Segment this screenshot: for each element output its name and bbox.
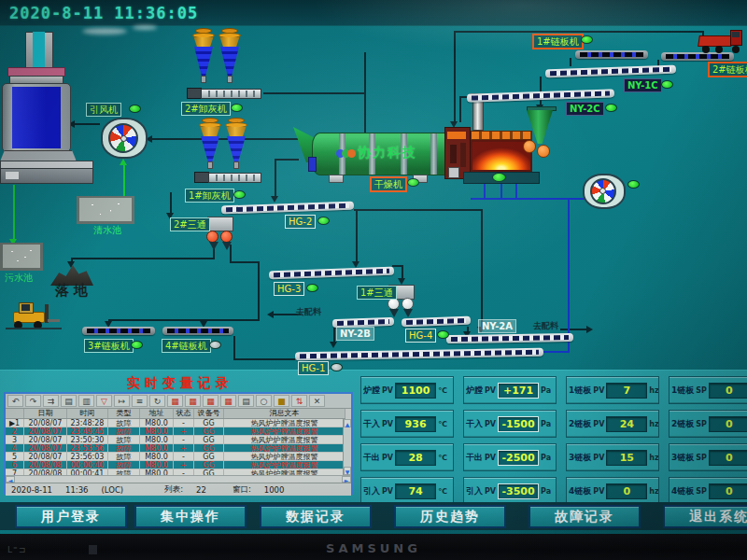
conveyor-hg3[interactable] xyxy=(269,267,394,280)
ash-drop xyxy=(170,192,172,215)
cyclone xyxy=(191,28,216,84)
alarm-row[interactable]: 420/08/0723:53:56故障M80.0+GG热风炉炉膛温度报警 xyxy=(6,444,345,453)
nav-button-3[interactable]: 数据记录 xyxy=(260,505,372,528)
jump-icon[interactable]: ↦ xyxy=(114,395,130,407)
tools-icon[interactable]: ✕ xyxy=(309,395,325,407)
alarm-row[interactable]: 320/08/0723:50:30故障M80.0-GG热风炉炉膛温度报警 xyxy=(6,436,345,444)
nav-button-2[interactable]: 集中操作 xyxy=(134,505,247,528)
grid-alarm-3-icon[interactable]: ▦ xyxy=(203,395,218,407)
chart-icon[interactable]: ▥ xyxy=(78,395,94,407)
status-list-label: 列表: xyxy=(164,484,183,496)
alarm-cell: GG xyxy=(194,444,224,453)
readout-炉膛-PV: 炉膛PV1100℃ xyxy=(360,376,454,404)
scroll-down-icon[interactable]: ▼ xyxy=(344,467,351,475)
scroll-up-icon[interactable]: ▲ xyxy=(344,419,351,427)
scroll-right-icon[interactable]: ► xyxy=(342,476,351,483)
status-indicator xyxy=(407,178,419,187)
chain-conveyor-3[interactable] xyxy=(82,327,155,335)
alarm-cell: 20/08/07 xyxy=(24,436,67,444)
alarm-toolbar: ↶↷⇉▤▥▽↦≡↻▦▦▦▦▤○■⇅✕ xyxy=(6,394,351,409)
alarm-cell: 00:00:40 xyxy=(67,461,108,469)
export-icon[interactable]: ⇉ xyxy=(43,395,59,407)
alarm-row[interactable]: 520/08/0723:56:03故障M80.0-GG热风炉炉膛温度报警 xyxy=(6,453,345,461)
conveyor-ny1c[interactable] xyxy=(545,65,676,78)
title-bar: 2020-8-11 11:36:05 xyxy=(0,0,747,26)
drum-support xyxy=(329,175,344,183)
readout-unit: hz xyxy=(649,420,658,428)
nav-button-5[interactable]: 故障记录 xyxy=(529,505,641,528)
readout-unit: ℃ xyxy=(438,454,447,462)
cyclone-upper xyxy=(224,127,248,137)
alarm-cell: 23:49:45 xyxy=(67,427,108,436)
ground-line xyxy=(6,328,62,329)
alarm-cell: GG xyxy=(194,436,224,444)
alarm-row[interactable]: 620/08/0800:00:40故障M80.0+GG热风炉炉膛温度报警 xyxy=(6,461,345,469)
alarm-cell: 23:50:30 xyxy=(67,436,108,444)
readout-label: 干入 xyxy=(363,418,380,430)
view-icon[interactable]: ▤ xyxy=(61,395,77,407)
alarm-cell: 热风炉炉膛温度报警 xyxy=(224,427,345,436)
top-header-line xyxy=(454,31,702,33)
conveyor-ny2a[interactable] xyxy=(446,333,573,343)
furnace-feed-drop xyxy=(454,31,456,124)
chain-conveyor-4[interactable] xyxy=(162,327,233,335)
alarm-cell: M80.0 xyxy=(140,461,174,469)
scroll-left-icon[interactable]: ◄ xyxy=(6,476,15,483)
chain-conveyor-1[interactable] xyxy=(575,50,648,59)
cyclone-upper xyxy=(218,37,242,48)
readout-value: -1500 xyxy=(498,416,539,432)
induced-draft-fan[interactable] xyxy=(101,118,148,159)
alarm-row[interactable]: ▶120/08/0723:48:28故障M80.0-GG热风炉炉膛温度报警 xyxy=(6,419,345,427)
vertical-scrollbar[interactable]: ▲▼ xyxy=(343,419,351,475)
arrow xyxy=(271,196,278,203)
ny2c-drop xyxy=(459,96,461,122)
alarm-cell: 20/08/07 xyxy=(24,427,67,436)
alarm-row[interactable]: 220/08/0723:49:45故障M80.0+GG热风炉炉膛温度报警 xyxy=(6,427,345,436)
horizontal-scrollbar[interactable]: ◄► xyxy=(6,475,351,483)
grid-alarm-4-icon[interactable]: ▦ xyxy=(220,395,236,407)
status-window-label: 窗口: xyxy=(233,484,251,496)
readout-field: PV xyxy=(485,454,496,462)
refresh-icon[interactable]: ↻ xyxy=(149,395,165,407)
platform-hatch xyxy=(6,172,19,179)
readout-label: 炉膛 xyxy=(466,385,483,397)
diverter-2-box xyxy=(207,217,233,231)
cascade-drop xyxy=(570,58,571,66)
redo-icon[interactable]: ↷ xyxy=(25,395,41,407)
sort-icon[interactable]: ⇅ xyxy=(291,395,307,407)
status-indicator xyxy=(437,330,449,339)
link-icon[interactable]: ○ xyxy=(256,395,272,407)
alarm-cell: - xyxy=(174,436,194,444)
column-header: 日期 xyxy=(24,409,67,418)
lock-icon[interactable]: ■ xyxy=(274,395,289,407)
grid-alarm-1-icon[interactable]: ▦ xyxy=(167,395,183,407)
nav-button-6[interactable]: 退出系统 xyxy=(663,505,747,528)
label-ny2c: NY-2C xyxy=(566,102,604,116)
furnace-slot xyxy=(460,143,466,167)
grid-alarm-2-icon[interactable]: ▦ xyxy=(185,395,201,407)
alarm-cell: 热风炉炉膛温度报警 xyxy=(224,444,345,453)
ash-screw-conveyor-2[interactable] xyxy=(187,86,261,101)
cyclone-tip xyxy=(201,76,206,83)
conveyor-hg1[interactable] xyxy=(295,348,543,361)
readout-1链板-PV: 1链板PV7hz xyxy=(566,376,659,404)
secondary-fan[interactable] xyxy=(583,174,626,209)
list-icon[interactable]: ≡ xyxy=(132,395,148,407)
label-ash-screw-1: 1#卸灰机 xyxy=(185,189,234,203)
column-header: 状态 xyxy=(174,409,194,418)
filter-icon[interactable]: ▽ xyxy=(96,395,112,407)
diverter-1-flap xyxy=(402,298,414,310)
ash-screw-conveyor-1[interactable] xyxy=(194,170,261,185)
readout-label: 炉膛 xyxy=(363,385,380,397)
bezel-button[interactable] xyxy=(89,545,97,554)
readout-field: PV xyxy=(593,386,604,395)
monitor-photo: 2020-8-11 11:36:05 xyxy=(0,0,747,560)
column-header xyxy=(6,409,24,418)
nav-button-1[interactable]: 用户登录 xyxy=(15,505,127,528)
conveyor-hg4[interactable] xyxy=(402,316,471,328)
nav-button-4[interactable]: 历史趋势 xyxy=(394,505,506,528)
table-icon[interactable]: ▤ xyxy=(238,395,254,407)
arrow xyxy=(267,311,274,318)
undo-icon[interactable]: ↶ xyxy=(7,395,23,407)
conveyor-hg2[interactable] xyxy=(221,202,354,215)
